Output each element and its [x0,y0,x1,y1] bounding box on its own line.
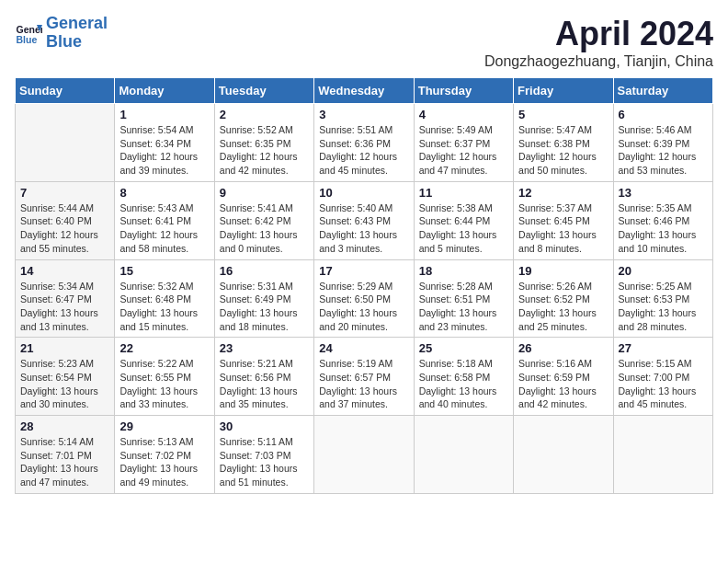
calendar-cell [514,416,613,494]
day-info: Sunrise: 5:35 AMSunset: 6:46 PMDaylight:… [619,201,708,256]
day-number: 11 [419,186,508,200]
day-number: 26 [518,341,608,355]
day-number: 13 [619,186,708,200]
day-number: 7 [20,186,109,200]
day-number: 1 [119,108,209,121]
day-number: 22 [119,341,209,355]
day-number: 2 [220,108,309,121]
day-info: Sunrise: 5:32 AMSunset: 6:48 PMDaylight:… [119,280,209,334]
day-number: 17 [319,264,408,278]
calendar-cell [314,416,414,494]
calendar-cell: 28Sunrise: 5:14 AMSunset: 7:01 PMDayligh… [16,416,115,494]
page-header: General Blue General Blue April 2024 Don… [15,15,713,70]
calendar-cell: 15Sunrise: 5:32 AMSunset: 6:48 PMDayligh… [115,259,214,338]
day-number: 24 [319,341,408,355]
calendar-cell: 26Sunrise: 5:16 AMSunset: 6:59 PMDayligh… [514,338,613,416]
calendar-cell: 19Sunrise: 5:26 AMSunset: 6:52 PMDayligh… [514,259,613,338]
day-header-saturday: Saturday [613,78,712,104]
day-info: Sunrise: 5:23 AMSunset: 6:54 PMDaylight:… [20,357,109,411]
day-info: Sunrise: 5:25 AMSunset: 6:53 PMDaylight:… [619,280,708,334]
day-info: Sunrise: 5:37 AMSunset: 6:45 PMDaylight:… [518,201,608,256]
day-info: Sunrise: 5:21 AMSunset: 6:56 PMDaylight:… [220,357,309,411]
day-info: Sunrise: 5:40 AMSunset: 6:43 PMDaylight:… [319,201,408,256]
day-info: Sunrise: 5:44 AMSunset: 6:40 PMDaylight:… [20,201,109,256]
day-number: 10 [319,186,408,200]
calendar-cell [16,104,115,182]
day-number: 20 [619,264,708,278]
day-number: 12 [518,186,608,200]
calendar-cell: 8Sunrise: 5:43 AMSunset: 6:41 PMDaylight… [115,181,214,259]
calendar-cell: 10Sunrise: 5:40 AMSunset: 6:43 PMDayligh… [314,181,414,259]
calendar-cell: 22Sunrise: 5:22 AMSunset: 6:55 PMDayligh… [115,338,214,416]
day-number: 15 [119,264,209,278]
calendar-cell: 2Sunrise: 5:52 AMSunset: 6:35 PMDaylight… [214,104,313,182]
day-info: Sunrise: 5:43 AMSunset: 6:41 PMDaylight:… [119,201,209,256]
day-info: Sunrise: 5:22 AMSunset: 6:55 PMDaylight:… [119,357,209,411]
day-info: Sunrise: 5:29 AMSunset: 6:50 PMDaylight:… [319,280,408,334]
day-header-monday: Monday [115,78,214,104]
calendar-cell: 18Sunrise: 5:28 AMSunset: 6:51 PMDayligh… [414,259,513,338]
day-info: Sunrise: 5:28 AMSunset: 6:51 PMDaylight:… [419,280,508,334]
calendar-cell: 11Sunrise: 5:38 AMSunset: 6:44 PMDayligh… [414,181,513,259]
day-info: Sunrise: 5:34 AMSunset: 6:47 PMDaylight:… [20,280,109,334]
day-info: Sunrise: 5:46 AMSunset: 6:39 PMDaylight:… [619,123,708,178]
day-info: Sunrise: 5:31 AMSunset: 6:49 PMDaylight:… [220,280,309,334]
month-title: April 2024 [484,15,713,53]
logo-text: General Blue [46,15,108,52]
location: Dongzhaogezhuang, Tianjin, China [484,53,713,70]
calendar-cell: 27Sunrise: 5:15 AMSunset: 7:00 PMDayligh… [613,338,712,416]
week-row-3: 14Sunrise: 5:34 AMSunset: 6:47 PMDayligh… [16,259,713,338]
week-row-2: 7Sunrise: 5:44 AMSunset: 6:40 PMDaylight… [16,181,713,259]
calendar-cell: 25Sunrise: 5:18 AMSunset: 6:58 PMDayligh… [414,338,513,416]
calendar-cell: 24Sunrise: 5:19 AMSunset: 6:57 PMDayligh… [314,338,414,416]
day-info: Sunrise: 5:26 AMSunset: 6:52 PMDaylight:… [518,280,608,334]
calendar-cell: 1Sunrise: 5:54 AMSunset: 6:34 PMDaylight… [115,104,214,182]
day-number: 3 [319,108,408,121]
calendar-cell: 17Sunrise: 5:29 AMSunset: 6:50 PMDayligh… [314,259,414,338]
calendar-cell: 3Sunrise: 5:51 AMSunset: 6:36 PMDaylight… [314,104,414,182]
week-row-5: 28Sunrise: 5:14 AMSunset: 7:01 PMDayligh… [16,416,713,494]
day-info: Sunrise: 5:49 AMSunset: 6:37 PMDaylight:… [419,123,508,178]
calendar-cell: 29Sunrise: 5:13 AMSunset: 7:02 PMDayligh… [115,416,214,494]
day-info: Sunrise: 5:54 AMSunset: 6:34 PMDaylight:… [119,123,209,178]
day-number: 29 [119,419,209,433]
day-info: Sunrise: 5:11 AMSunset: 7:03 PMDaylight:… [220,435,309,489]
day-number: 9 [220,186,309,200]
day-number: 5 [518,108,608,121]
day-info: Sunrise: 5:13 AMSunset: 7:02 PMDaylight:… [119,435,209,489]
day-info: Sunrise: 5:14 AMSunset: 7:01 PMDaylight:… [20,435,109,489]
calendar-cell: 23Sunrise: 5:21 AMSunset: 6:56 PMDayligh… [214,338,313,416]
day-number: 16 [220,264,309,278]
day-info: Sunrise: 5:47 AMSunset: 6:38 PMDaylight:… [518,123,608,178]
day-number: 18 [419,264,508,278]
calendar-cell: 4Sunrise: 5:49 AMSunset: 6:37 PMDaylight… [414,104,513,182]
day-info: Sunrise: 5:41 AMSunset: 6:42 PMDaylight:… [220,201,309,256]
day-number: 8 [119,186,209,200]
day-number: 27 [619,341,708,355]
day-header-wednesday: Wednesday [314,78,414,104]
day-header-friday: Friday [514,78,613,104]
day-number: 6 [619,108,708,121]
day-header-sunday: Sunday [16,78,115,104]
calendar-cell: 9Sunrise: 5:41 AMSunset: 6:42 PMDaylight… [214,181,313,259]
day-number: 4 [419,108,508,121]
logo: General Blue General Blue [15,15,108,52]
calendar-header-row: SundayMondayTuesdayWednesdayThursdayFrid… [16,78,713,104]
day-number: 25 [419,341,508,355]
svg-text:Blue: Blue [17,33,38,44]
calendar-cell: 12Sunrise: 5:37 AMSunset: 6:45 PMDayligh… [514,181,613,259]
logo-icon: General Blue [15,19,42,47]
calendar-cell [613,416,712,494]
day-number: 21 [20,341,109,355]
calendar-cell: 7Sunrise: 5:44 AMSunset: 6:40 PMDaylight… [16,181,115,259]
day-header-tuesday: Tuesday [214,78,313,104]
day-info: Sunrise: 5:16 AMSunset: 6:59 PMDaylight:… [518,357,608,411]
day-info: Sunrise: 5:15 AMSunset: 7:00 PMDaylight:… [619,357,708,411]
day-number: 19 [518,264,608,278]
calendar-cell: 30Sunrise: 5:11 AMSunset: 7:03 PMDayligh… [214,416,313,494]
week-row-4: 21Sunrise: 5:23 AMSunset: 6:54 PMDayligh… [16,338,713,416]
day-info: Sunrise: 5:51 AMSunset: 6:36 PMDaylight:… [319,123,408,178]
calendar-cell: 14Sunrise: 5:34 AMSunset: 6:47 PMDayligh… [16,259,115,338]
calendar-cell: 6Sunrise: 5:46 AMSunset: 6:39 PMDaylight… [613,104,712,182]
calendar-cell [414,416,513,494]
